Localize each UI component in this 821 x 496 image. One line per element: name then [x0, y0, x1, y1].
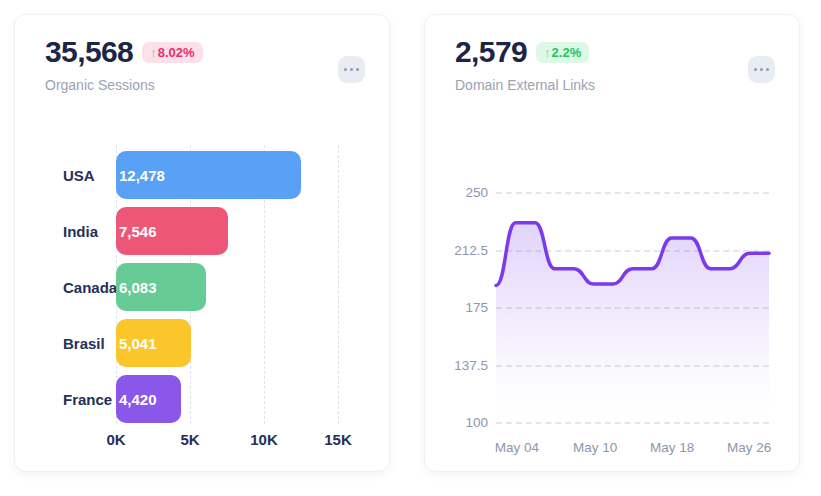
y-axis-tick-label: 100 — [425, 415, 488, 430]
x-axis-tick-label: 10K — [250, 431, 278, 448]
bar-category-label: USA — [63, 167, 116, 184]
country-sessions-bar-chart: USA12,478India7,546Canada6,083Brasil5,04… — [63, 151, 375, 451]
bar-chart-x-axis: 0K5K10K15K — [116, 431, 375, 451]
metric-value-row: 35,568 ↑8.02% — [45, 36, 203, 68]
bar-row: Canada6,083 — [63, 263, 375, 311]
x-axis-tick-label: 0K — [106, 431, 125, 448]
card-header: 35,568 ↑8.02% Organic Sessions — [15, 15, 389, 93]
horizontal-gridline — [496, 422, 769, 424]
ellipsis-icon — [754, 68, 758, 72]
ellipsis-icon — [356, 68, 360, 72]
ellipsis-icon — [766, 68, 770, 72]
metric-title: Domain External Links — [455, 77, 595, 93]
bar-category-label: Canada — [63, 279, 116, 296]
bar-category-label: Brasil — [63, 335, 116, 352]
trend-up-arrow-icon: ↑ — [150, 45, 157, 60]
bar-row: India7,546 — [63, 207, 375, 255]
bar-value-label: 7,546 — [119, 223, 157, 240]
y-axis-tick-label: 212.5 — [425, 242, 488, 257]
metric-block: 35,568 ↑8.02% Organic Sessions — [45, 36, 203, 93]
bar-row: USA12,478 — [63, 151, 375, 199]
bar-category-label: France — [63, 391, 116, 408]
x-axis-tick-label: May 26 — [727, 440, 771, 455]
bar-category-label: India — [63, 223, 116, 240]
area-fill — [496, 223, 769, 422]
bar-value-label: 6,083 — [119, 279, 157, 296]
trend-badge: ↑8.02% — [142, 42, 202, 63]
ellipsis-icon — [350, 68, 354, 72]
card-header: 2,579 ↑2.2% Domain External Links — [425, 15, 799, 93]
bar-france[interactable]: 4,420 — [116, 375, 181, 423]
bar-track: 7,546 — [116, 207, 375, 255]
external-links-line-chart: 250212.5175137.5100May 04May 10May 18May… — [425, 192, 799, 466]
metric-value: 35,568 — [45, 36, 133, 68]
ellipsis-icon — [344, 68, 348, 72]
bar-india[interactable]: 7,546 — [116, 207, 228, 255]
metric-value-row: 2,579 ↑2.2% — [455, 36, 595, 68]
x-axis-tick-label: 5K — [180, 431, 199, 448]
bar-row: France4,420 — [63, 375, 375, 423]
metric-value: 2,579 — [455, 36, 527, 68]
trend-change-value: 2.2% — [552, 45, 582, 60]
bar-track: 5,041 — [116, 319, 375, 367]
bar-track: 12,478 — [116, 151, 375, 199]
card-options-button[interactable] — [748, 56, 775, 83]
bar-value-label: 4,420 — [119, 391, 157, 408]
trend-badge: ↑2.2% — [536, 42, 589, 63]
bar-brasil[interactable]: 5,041 — [116, 319, 191, 367]
bar-track: 6,083 — [116, 263, 375, 311]
ellipsis-icon — [760, 68, 764, 72]
card-options-button[interactable] — [338, 56, 365, 83]
bar-value-label: 12,478 — [119, 167, 165, 184]
organic-sessions-card: 35,568 ↑8.02% Organic Sessions USA12,478… — [14, 14, 390, 472]
metric-block: 2,579 ↑2.2% Domain External Links — [455, 36, 595, 93]
bar-value-label: 5,041 — [119, 335, 157, 352]
bar-row: Brasil5,041 — [63, 319, 375, 367]
bar-canada[interactable]: 6,083 — [116, 263, 206, 311]
bar-track: 4,420 — [116, 375, 375, 423]
line-chart-plot — [496, 192, 769, 422]
domain-external-links-card: 2,579 ↑2.2% Domain External Links 250212… — [424, 14, 800, 472]
x-axis-tick-label: May 04 — [495, 440, 539, 455]
x-axis-tick-label: May 18 — [650, 440, 694, 455]
x-axis-tick-label: May 10 — [573, 440, 617, 455]
metric-title: Organic Sessions — [45, 77, 203, 93]
y-axis-tick-label: 175 — [425, 300, 488, 315]
trend-change-value: 8.02% — [158, 45, 195, 60]
bar-usa[interactable]: 12,478 — [116, 151, 301, 199]
trend-up-arrow-icon: ↑ — [544, 45, 551, 60]
y-axis-tick-label: 250 — [425, 185, 488, 200]
x-axis-tick-label: 15K — [324, 431, 352, 448]
y-axis-tick-label: 137.5 — [425, 357, 488, 372]
